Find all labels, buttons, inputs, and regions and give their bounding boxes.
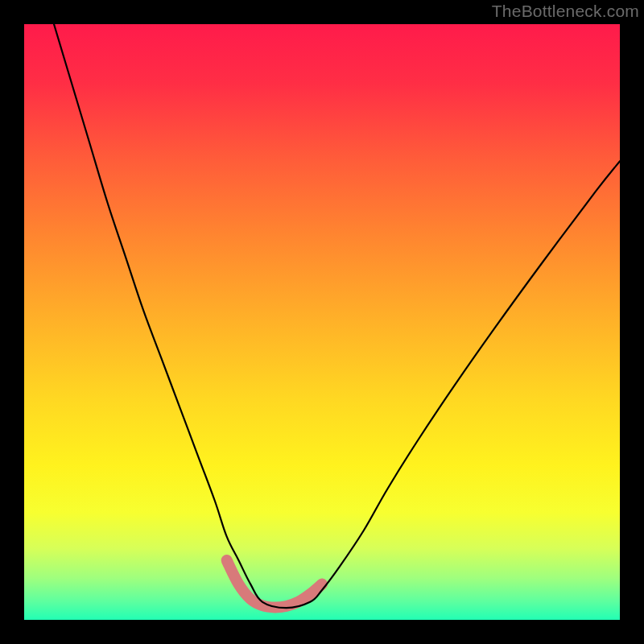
minimum-highlight: [227, 560, 322, 607]
plot-area: [24, 24, 620, 620]
curve-layer: [24, 24, 620, 620]
chart-frame: TheBottleneck.com: [0, 0, 644, 644]
watermark-text: TheBottleneck.com: [492, 2, 639, 21]
bottleneck-curve: [54, 24, 620, 608]
